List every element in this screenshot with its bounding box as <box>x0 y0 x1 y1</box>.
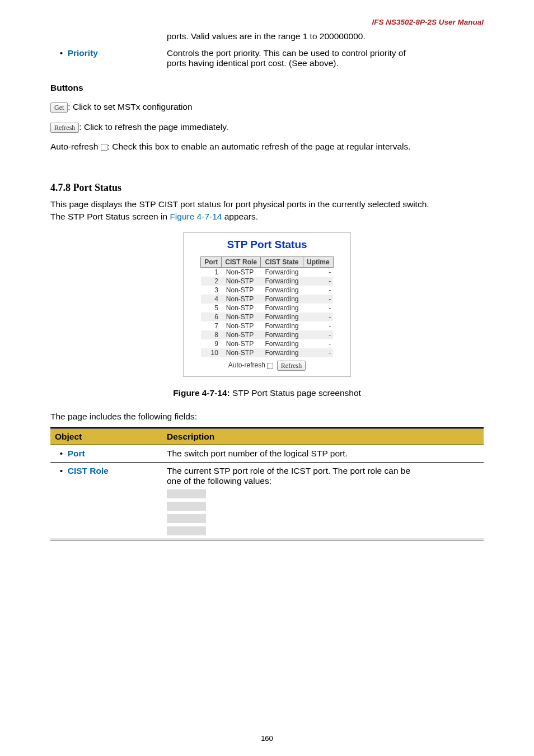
table-row: 9Non-STPForwarding- <box>201 339 333 348</box>
section-heading-port-status: 4.7.8 Port Status <box>50 182 484 194</box>
cell-role: Non-STP <box>222 277 261 286</box>
obj-row-cistrole-label: • CIST Role <box>50 463 162 540</box>
cell-state: Forwarding <box>260 339 303 348</box>
cell-role: Non-STP <box>222 304 261 312</box>
cell-state: Forwarding <box>260 348 303 357</box>
cell-role: Non-STP <box>222 286 261 295</box>
manual-title-header: IFS NS3502-8P-2S User Manual <box>372 18 484 26</box>
table-row: 5Non-STPForwarding- <box>201 304 333 312</box>
refresh-button-line: Refresh: Click to refresh the page immed… <box>50 121 484 133</box>
cell-role: Non-STP <box>222 312 261 321</box>
stp-port-status-card: STP Port Status Port CIST Role CIST Stat… <box>183 232 351 377</box>
cell-state: Forwarding <box>260 286 303 295</box>
table-row: 2Non-STPForwarding- <box>201 277 333 286</box>
get-button-desc: : Click to set MSTx configuration <box>68 102 192 111</box>
cell-port: 3 <box>201 286 222 295</box>
table-row: 3Non-STPForwarding- <box>201 286 333 295</box>
cell-uptime: - <box>303 330 334 339</box>
redacted-value-block <box>167 526 206 535</box>
cell-role: Non-STP <box>222 330 261 339</box>
buttons-heading: Buttons <box>50 83 484 93</box>
cistrole-desc-line2: one of the following values: <box>167 476 271 486</box>
obj-th-description: Description <box>162 428 484 445</box>
auto-refresh-label: Auto-refresh <box>228 362 265 370</box>
cell-port: 8 <box>201 330 222 339</box>
table-row: 10Non-STPForwarding- <box>201 348 333 357</box>
cell-uptime: - <box>303 286 334 295</box>
redacted-value-block <box>167 502 206 511</box>
obj-row-port-label: • Port <box>50 445 162 463</box>
cell-uptime: - <box>303 277 334 286</box>
intro-line1: This page displays the STP CIST port sta… <box>50 199 429 209</box>
bullet-point: • <box>60 48 63 58</box>
auto-refresh-line: Auto-refresh : Check this box to enable … <box>50 141 484 153</box>
priority-label: Priority <box>68 48 98 58</box>
cell-uptime: - <box>303 268 334 277</box>
stp-th-uptime: Uptime <box>303 257 334 268</box>
get-button-line: Get: Click to set MSTx configuration <box>50 101 484 113</box>
priority-desc: Controls the port priority. This can be … <box>162 45 484 72</box>
obj-row-cistrole-desc: The current STP port role of the ICST po… <box>162 463 484 540</box>
refresh-button[interactable]: Refresh <box>50 123 79 133</box>
table-row: 4Non-STPForwarding- <box>201 295 333 304</box>
table-row: 8Non-STPForwarding- <box>201 330 333 339</box>
empty-cell <box>50 28 162 45</box>
cell-role: Non-STP <box>222 295 261 304</box>
cell-uptime: - <box>303 304 334 312</box>
obj-row-port-desc: The switch port number of the logical ST… <box>162 445 484 463</box>
stp-refresh-button[interactable]: Refresh <box>277 361 306 371</box>
page-number: 160 <box>0 734 534 743</box>
cistrole-desc-line1: The current STP port role of the ICST po… <box>167 466 410 475</box>
redacted-value-block <box>167 514 206 523</box>
intro-line2b: appears. <box>222 212 258 221</box>
redacted-value-block <box>167 489 206 498</box>
figure-caption: Figure 4-7-14: STP Port Status page scre… <box>50 388 484 398</box>
section-intro: This page displays the STP CIST port sta… <box>50 198 484 222</box>
stp-status-table: Port CIST Role CIST State Uptime 1Non-ST… <box>200 256 333 357</box>
cell-port: 7 <box>201 321 222 330</box>
cell-role: Non-STP <box>222 321 261 330</box>
cell-role: Non-STP <box>222 268 261 277</box>
figure-reference: Figure 4-7-14 <box>170 212 222 221</box>
refresh-button-desc: : Click to refresh the page immediately. <box>79 122 228 132</box>
table-row: 1Non-STPForwarding- <box>201 268 333 277</box>
fields-intro-text: The page includes the following fields: <box>50 412 484 422</box>
cell-role: Non-STP <box>222 348 261 357</box>
cell-uptime: - <box>303 295 334 304</box>
get-button[interactable]: Get <box>50 102 68 113</box>
cell-state: Forwarding <box>260 304 303 312</box>
auto-refresh-checkbox[interactable] <box>267 363 273 369</box>
cell-state: Forwarding <box>260 321 303 330</box>
stp-card-footer: Auto-refresh Refresh <box>191 361 343 371</box>
cell-port: 2 <box>201 277 222 286</box>
obj-th-object: Object <box>50 428 162 445</box>
cell-role: Non-STP <box>222 339 261 348</box>
cell-port: 6 <box>201 312 222 321</box>
cell-state: Forwarding <box>260 268 303 277</box>
cell-port: 4 <box>201 295 222 304</box>
object-description-table: Object Description • Port The switch por… <box>50 427 484 540</box>
cell-state: Forwarding <box>260 312 303 321</box>
cist-role-label: CIST Role <box>68 466 109 475</box>
table-row: 7Non-STPForwarding- <box>201 321 333 330</box>
cell-uptime: - <box>303 348 334 357</box>
auto-refresh-prefix: Auto-refresh <box>50 142 101 151</box>
valid-values-text: ports. Valid values are in the range 1 t… <box>162 28 484 45</box>
cell-uptime: - <box>303 312 334 321</box>
priority-desc-line1: Controls the port priority. This can be … <box>167 48 406 58</box>
bullet-point: • <box>60 466 63 475</box>
stp-th-port: Port <box>201 257 222 268</box>
priority-continuation-table: ports. Valid values are in the range 1 t… <box>50 28 484 72</box>
priority-desc-line2: ports having identical port cost. (See a… <box>167 58 339 68</box>
cell-port: 9 <box>201 339 222 348</box>
cell-uptime: - <box>303 321 334 330</box>
auto-refresh-checkbox-icon[interactable] <box>101 144 107 151</box>
auto-refresh-desc: : Check this box to enable an automatic … <box>107 142 411 151</box>
table-row: 6Non-STPForwarding- <box>201 312 333 321</box>
figure-caption-text: STP Port Status page screenshot <box>230 388 361 398</box>
stp-card-title: STP Port Status <box>191 239 343 251</box>
intro-line2a: The STP Port Status screen in <box>50 212 170 221</box>
cell-port: 5 <box>201 304 222 312</box>
cell-port: 1 <box>201 268 222 277</box>
port-label: Port <box>68 449 85 458</box>
